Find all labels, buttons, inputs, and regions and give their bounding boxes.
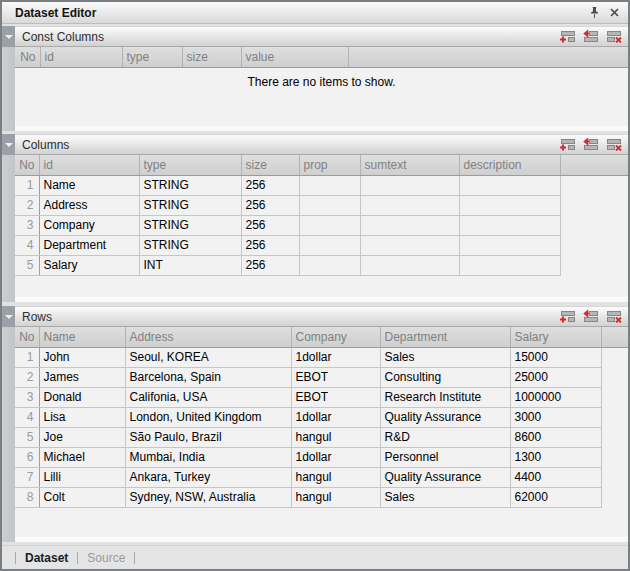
data-cell[interactable] <box>299 175 360 195</box>
data-cell[interactable]: STRING <box>139 215 241 235</box>
table-row[interactable]: 5JoeSão Paulo, BrazilhangulR&D8600 <box>15 427 628 447</box>
data-cell[interactable]: 256 <box>241 195 299 215</box>
data-cell[interactable] <box>299 255 360 275</box>
collapse-button[interactable] <box>2 134 15 155</box>
data-cell[interactable]: EBOT <box>291 387 380 407</box>
column-header-department[interactable]: Department <box>380 327 510 347</box>
data-cell[interactable]: 256 <box>241 255 299 275</box>
close-button[interactable] <box>609 7 620 18</box>
table-row[interactable]: 1NameSTRING256 <box>15 175 628 195</box>
column-header-sumtext[interactable]: sumtext <box>360 155 459 175</box>
row-number-cell[interactable]: 2 <box>15 367 39 387</box>
tab-source[interactable]: Source <box>87 551 125 565</box>
data-cell[interactable]: STRING <box>139 235 241 255</box>
row-number-cell[interactable]: 4 <box>15 235 39 255</box>
data-cell[interactable]: 1dollar <box>291 347 380 367</box>
data-cell[interactable] <box>459 215 560 235</box>
column-header-address[interactable]: Address <box>125 327 291 347</box>
add-row-button[interactable] <box>559 30 576 43</box>
data-cell[interactable] <box>459 255 560 275</box>
add-row-button[interactable] <box>559 310 576 323</box>
data-cell[interactable]: Quality Assurance <box>380 407 510 427</box>
row-number-cell[interactable]: 8 <box>15 487 39 507</box>
data-cell[interactable]: Sales <box>380 487 510 507</box>
data-cell[interactable]: 1dollar <box>291 407 380 427</box>
data-cell[interactable]: Name <box>39 175 139 195</box>
table-row[interactable]: 8ColtSydney, NSW, AustraliahangulSales62… <box>15 487 628 507</box>
data-cell[interactable]: Seoul, KOREA <box>125 347 291 367</box>
data-cell[interactable]: Sales <box>380 347 510 367</box>
data-cell[interactable]: Lisa <box>39 407 125 427</box>
data-cell[interactable]: Consulting <box>380 367 510 387</box>
data-cell[interactable]: Califonia, USA <box>125 387 291 407</box>
tab-dataset[interactable]: Dataset <box>25 551 68 565</box>
column-header-size[interactable]: size <box>182 47 241 67</box>
data-cell[interactable]: hangul <box>291 427 380 447</box>
data-cell[interactable]: Donald <box>39 387 125 407</box>
insert-row-button[interactable] <box>582 138 599 151</box>
table-row[interactable]: 2JamesBarcelona, SpainEBOTConsulting2500… <box>15 367 628 387</box>
data-cell[interactable]: 3000 <box>510 407 601 427</box>
data-cell[interactable]: R&D <box>380 427 510 447</box>
column-header-type[interactable]: type <box>139 155 241 175</box>
row-number-cell[interactable]: 1 <box>15 347 39 367</box>
data-cell[interactable]: 8600 <box>510 427 601 447</box>
data-cell[interactable] <box>360 175 459 195</box>
data-cell[interactable]: Company <box>39 215 139 235</box>
column-header-no[interactable]: No <box>15 47 40 67</box>
delete-row-button[interactable] <box>605 310 622 323</box>
data-cell[interactable]: John <box>39 347 125 367</box>
row-number-cell[interactable]: 1 <box>15 175 39 195</box>
column-header-blank[interactable] <box>601 327 628 347</box>
data-cell[interactable]: 1300 <box>510 447 601 467</box>
pin-button[interactable] <box>589 6 600 19</box>
data-cell[interactable]: Sydney, NSW, Australia <box>125 487 291 507</box>
table-row[interactable]: 7LilliAnkara, TurkeyhangulQuality Assura… <box>15 467 628 487</box>
row-number-cell[interactable]: 7 <box>15 467 39 487</box>
column-header-no[interactable]: No <box>15 155 39 175</box>
column-header-no[interactable]: No <box>15 327 39 347</box>
data-cell[interactable] <box>360 215 459 235</box>
data-cell[interactable] <box>360 195 459 215</box>
table-row[interactable]: 4DepartmentSTRING256 <box>15 235 628 255</box>
column-header-description[interactable]: description <box>459 155 560 175</box>
row-number-cell[interactable]: 5 <box>15 427 39 447</box>
table-row[interactable]: 3DonaldCalifonia, USAEBOTResearch Instit… <box>15 387 628 407</box>
data-cell[interactable]: Colt <box>39 487 125 507</box>
table-row[interactable]: 1JohnSeoul, KOREA1dollarSales15000 <box>15 347 628 367</box>
row-number-cell[interactable]: 6 <box>15 447 39 467</box>
data-cell[interactable] <box>360 255 459 275</box>
data-cell[interactable]: STRING <box>139 195 241 215</box>
data-cell[interactable] <box>360 235 459 255</box>
data-cell[interactable]: 1dollar <box>291 447 380 467</box>
data-cell[interactable]: INT <box>139 255 241 275</box>
column-header-id[interactable]: id <box>40 47 122 67</box>
data-cell[interactable]: São Paulo, Brazil <box>125 427 291 447</box>
column-header-size[interactable]: size <box>241 155 299 175</box>
row-number-cell[interactable]: 5 <box>15 255 39 275</box>
column-header-salary[interactable]: Salary <box>510 327 601 347</box>
row-number-cell[interactable]: 3 <box>15 215 39 235</box>
column-header-company[interactable]: Company <box>291 327 380 347</box>
data-cell[interactable] <box>299 215 360 235</box>
data-cell[interactable] <box>459 195 560 215</box>
collapse-button[interactable] <box>2 26 15 47</box>
data-cell[interactable]: Research Institute <box>380 387 510 407</box>
data-cell[interactable]: London, United Kingdom <box>125 407 291 427</box>
data-cell[interactable] <box>299 195 360 215</box>
column-header-name[interactable]: Name <box>39 327 125 347</box>
row-number-cell[interactable]: 4 <box>15 407 39 427</box>
row-number-cell[interactable]: 3 <box>15 387 39 407</box>
column-header-id[interactable]: id <box>39 155 139 175</box>
data-cell[interactable]: 256 <box>241 235 299 255</box>
column-header-prop[interactable]: prop <box>299 155 360 175</box>
data-cell[interactable]: STRING <box>139 175 241 195</box>
data-cell[interactable] <box>299 235 360 255</box>
collapse-button[interactable] <box>2 306 15 327</box>
delete-row-button[interactable] <box>605 30 622 43</box>
delete-row-button[interactable] <box>605 138 622 151</box>
table-row[interactable]: 2AddressSTRING256 <box>15 195 628 215</box>
add-row-button[interactable] <box>559 138 576 151</box>
data-cell[interactable]: Quality Assurance <box>380 467 510 487</box>
data-cell[interactable]: Department <box>39 235 139 255</box>
